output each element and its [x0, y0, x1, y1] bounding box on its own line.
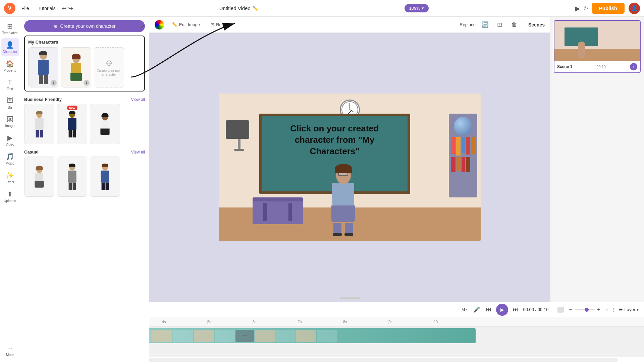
create-character-button[interactable]: ⊕ Create your own character — [24, 20, 145, 32]
track-seg-7 — [152, 330, 172, 342]
biz-fhair-3 — [102, 113, 109, 117]
sidebar-label-character: Character — [3, 50, 17, 54]
male-legs — [39, 75, 48, 84]
avatar[interactable]: 👤 — [629, 3, 640, 14]
char-info-badge[interactable]: ℹ — [51, 80, 57, 86]
my-characters-title: My Characters — [28, 40, 141, 45]
sidebar-item-character[interactable]: 👤 Character — [1, 38, 19, 56]
book-1 — [451, 137, 455, 154]
add-scene-button[interactable]: + — [630, 63, 637, 70]
play-preview-icon[interactable]: ▶ — [575, 4, 580, 12]
tv-stand — [226, 120, 253, 154]
board-annotation-text: Click on your created character from "My… — [265, 123, 404, 157]
scene-1-preview — [554, 21, 640, 61]
teacher-head-container — [335, 164, 352, 182]
mini-character — [578, 42, 585, 58]
casual-body-2 — [68, 170, 76, 182]
audio-toggle[interactable]: 🎤 — [472, 305, 481, 314]
sidebar-item-effect[interactable]: ✨ Effect — [1, 169, 19, 187]
edit-image-button[interactable]: ✏️ Edit Image — [169, 21, 203, 28]
sidebar-label-uploads: Uploads — [4, 199, 16, 203]
classroom-desk — [253, 197, 303, 224]
sidebar-item-video[interactable]: ▶ Video — [1, 131, 19, 149]
canvas-scrollbar[interactable] — [340, 297, 360, 299]
resize-label: Resize — [216, 22, 229, 27]
delete-button[interactable]: 🗑 — [509, 19, 520, 30]
tv-base — [234, 149, 244, 151]
sidebar-item-bg[interactable]: 🖼 Bg — [1, 94, 19, 112]
play-main-button[interactable]: ▶ — [496, 304, 508, 316]
scene-1-info: Scene 1 00:10 + — [554, 61, 640, 72]
casual-char-1[interactable] — [24, 157, 54, 197]
create-character-label: Create your own character — [60, 23, 116, 29]
business-friendly-grid: New — [20, 104, 149, 147]
sidebar-label-image: Image — [5, 124, 15, 128]
biz-fig-1 — [35, 111, 44, 137]
captions-button[interactable]: ⬜ — [556, 305, 565, 314]
title-edit-icon[interactable]: ✏️ — [253, 6, 258, 11]
sidebar-item-text[interactable]: T Text — [1, 76, 19, 94]
fit-timeline-button[interactable]: ↔ — [604, 307, 609, 312]
visibility-toggle[interactable]: 👁 — [460, 305, 469, 314]
redo-button[interactable]: ↪ — [68, 5, 73, 12]
expand-panel-button[interactable]: ⤢ — [140, 23, 145, 30]
biz-char-2[interactable]: New — [57, 104, 87, 144]
teacher-character[interactable] — [326, 164, 360, 228]
casual-view-all[interactable]: View all — [131, 150, 145, 155]
zoom-button[interactable]: 109%▾ — [405, 4, 429, 12]
biz-leg-1l — [36, 130, 39, 137]
sidebar-item-templates[interactable]: ⊞ Templates — [1, 19, 19, 38]
classroom-background: Click on your created character from "My… — [219, 94, 481, 241]
sidebar-item-image[interactable]: 🖼 Image — [1, 113, 19, 130]
character-thumb-male[interactable]: ℹ — [28, 47, 58, 87]
share-icon[interactable]: ⎋ — [584, 5, 588, 12]
refresh-button[interactable]: 🔄 — [480, 19, 490, 30]
teacher-hair — [335, 164, 352, 173]
sidebar-item-more[interactable]: ··· More — [1, 341, 19, 359]
biz-char-3[interactable] — [90, 104, 120, 144]
zoom-in-button[interactable]: ＋ — [596, 306, 601, 313]
char-info-badge-2[interactable]: ℹ — [84, 80, 90, 86]
zoom-out-button[interactable]: － — [568, 306, 573, 313]
sidebar-item-property[interactable]: 🏠 Property — [1, 57, 19, 75]
color-picker[interactable] — [155, 20, 164, 29]
ruler-8s: 8s — [343, 320, 388, 324]
sidebar-item-music[interactable]: 🎵 Music — [1, 150, 19, 168]
sidebar-item-uploads[interactable]: ⬆ Uploads — [1, 187, 19, 205]
skip-back-button[interactable]: ⏮ — [484, 305, 493, 314]
my-characters-section: My Characters ℹ — [24, 36, 145, 92]
undo-button[interactable]: ↩ — [62, 5, 67, 12]
more-timeline-button[interactable]: ⋮ — [611, 307, 616, 312]
character-thumb-female[interactable]: ℹ — [61, 47, 91, 87]
business-friendly-view-all[interactable]: View all — [131, 97, 145, 102]
publish-button[interactable]: Publish — [592, 3, 625, 14]
sidebar-label-property: Property — [4, 69, 16, 72]
casual-char-2[interactable] — [57, 157, 87, 197]
scene-1-name: Scene 1 — [557, 64, 572, 69]
teacher-foot-right — [344, 233, 353, 236]
placeholder-plus-icon: ⊕ — [106, 58, 112, 68]
scene-1-thumb[interactable]: Scene 1 00:10 + — [554, 20, 641, 73]
book-3 — [462, 137, 465, 153]
track-seg-9 — [194, 330, 214, 342]
split-button[interactable]: ⊡ — [494, 19, 505, 30]
file-menu[interactable]: File — [19, 4, 32, 12]
casual-leg-3l — [101, 182, 105, 190]
resize-button[interactable]: ⊡ Resize — [208, 21, 232, 28]
biz-body-1 — [35, 118, 44, 130]
canvas-toolbar: ✏️ Edit Image ⊡ Resize Replace 🔄 ⊡ 🗑 Sce… — [149, 17, 550, 33]
left-sidebar: ⊞ Templates 👤 Character 🏠 Property T Tex… — [0, 17, 20, 362]
zoom-slider[interactable] — [575, 309, 595, 310]
skip-forward-button[interactable]: ⏭ — [511, 305, 520, 314]
biz-char-1[interactable] — [24, 104, 54, 144]
bg-icon: 🖼 — [7, 97, 13, 105]
female-top — [71, 63, 81, 73]
create-character-placeholder[interactable]: ⊕ Create your own character — [94, 47, 124, 87]
placeholder-label: Create your own character — [94, 69, 124, 76]
casual-char-3[interactable] — [90, 157, 120, 197]
layer-button[interactable]: ☰ Layer ▾ — [619, 307, 639, 312]
biz-leg-1r — [40, 130, 43, 137]
book-4 — [466, 137, 470, 155]
tutorials-menu[interactable]: Tutorials — [35, 4, 58, 12]
replace-button[interactable]: Replace — [460, 22, 476, 27]
